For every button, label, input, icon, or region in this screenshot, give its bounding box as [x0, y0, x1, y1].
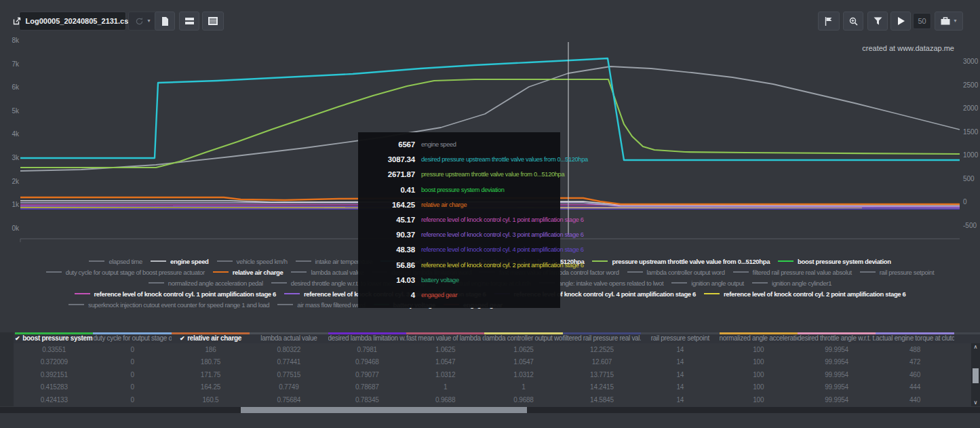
legend-label: filtered rail pressure real value absolu… — [753, 269, 852, 276]
series-swatch — [778, 260, 793, 262]
table-cell: 0.79077 — [328, 371, 406, 378]
funnel-icon — [874, 17, 882, 25]
legend-item[interactable]: ignition angle output — [671, 279, 744, 287]
tooltip-row: 164.25relative air charge — [362, 197, 555, 212]
legend-label: normalized angle acceleration pedal — [168, 279, 263, 287]
column-header[interactable]: desired throttle angle w.r.t. t... — [798, 332, 876, 343]
y-axis-label: 5k — [4, 107, 19, 115]
table-cell: 0.9688 — [484, 396, 562, 404]
scroll-down-button[interactable]: ∨ — [971, 399, 980, 406]
y-axis-label: 1000 — [963, 151, 978, 159]
table-cell: 488 — [876, 346, 954, 353]
legend-item[interactable]: vehicle speed km/h — [217, 258, 288, 265]
tooltip-row: 6567engine speed — [362, 137, 555, 152]
column-header[interactable]: fast mean value of lambda c... — [406, 332, 484, 343]
column-header[interactable]: ✔relative air charge — [172, 332, 250, 343]
column-header[interactable]: ✔boost pressure system d... — [15, 332, 93, 343]
legend-label: air mass flow filtered word — [297, 301, 365, 309]
legend-item[interactable]: rail pressure setpoint — [860, 269, 934, 276]
tooltip-value: 164.25 — [362, 201, 415, 209]
legend-item[interactable]: lambda controller output word — [627, 269, 725, 276]
tooltip-series-label: engine speed — [421, 141, 456, 148]
refresh-button[interactable]: ▾ — [128, 12, 157, 31]
watermark-link[interactable]: created at www.datazap.me — [862, 44, 954, 52]
legend-item[interactable]: pressure upstream throttle valve value f… — [592, 258, 770, 265]
column-header-label: filtered rail pressure real val... — [563, 334, 641, 342]
column-header-label: rail pressure setpoint — [651, 334, 709, 342]
column-header[interactable]: rail pressure setpoint — [641, 332, 719, 343]
table-cell: 1.0312 — [406, 371, 484, 378]
legend-item[interactable]: ignition angle cylinder1 — [752, 279, 831, 287]
column-header[interactable]: duty cycle for output stage o... — [93, 332, 171, 343]
column-header[interactable]: desired lambda limitation w... — [328, 332, 406, 343]
legend-item[interactable]: lambda actual value — [291, 269, 364, 276]
tooltip-series-label: reference level of knock control cyl. 2 … — [421, 262, 584, 269]
tooltip-series-label: pressure upstream throttle valve value f… — [421, 171, 564, 178]
legend-label: pressure upstream throttle valve value f… — [612, 258, 770, 265]
tooltip-series-label: desired pressure upstream throttle valve… — [421, 156, 588, 163]
legend-item[interactable]: superknock injection cutout event counte… — [68, 301, 269, 309]
legend-item[interactable]: reference level of knock control cyl. 2 … — [704, 290, 906, 298]
column-header[interactable]: lambda actual value — [250, 332, 328, 343]
legend-item[interactable]: filtered rail pressure real value absolu… — [733, 269, 852, 276]
legend-label: lambda controller output word — [647, 269, 725, 276]
legend-item[interactable]: boost pressure system deviation — [778, 258, 891, 265]
series-swatch — [592, 260, 608, 262]
column-header-label: normalized angle acceleratio... — [720, 334, 798, 342]
series-swatch — [291, 271, 307, 273]
legend-item[interactable]: engine speed — [151, 258, 209, 265]
table-cell: 171.75 — [172, 371, 250, 378]
column-header[interactable]: normalized angle acceleratio... — [720, 332, 798, 343]
document-button[interactable] — [155, 12, 175, 31]
column-header[interactable]: lambda controller output word — [484, 332, 562, 343]
table-cell: 0.7749 — [250, 383, 328, 391]
horizontal-scroll-thumb[interactable] — [241, 407, 527, 413]
series-swatch — [149, 282, 164, 284]
log-file-button[interactable]: Log00005_20240805_2131.csv — [19, 12, 126, 31]
tooltip-row: 90.37reference level of knock control cy… — [362, 227, 555, 242]
table-cell: 0.80322 — [250, 346, 328, 353]
y-axis-label: 2500 — [963, 81, 978, 90]
tooltip-value: 14.03 — [362, 276, 415, 284]
legend-label: vehicle speed km/h — [237, 258, 288, 265]
points-input[interactable] — [913, 13, 931, 29]
table-cell: 14 — [641, 346, 719, 353]
vertical-scroll-thumb[interactable] — [973, 368, 979, 383]
column-header[interactable]: actual engine torque at clutch — [876, 332, 954, 343]
table-vertical-scrollbar[interactable]: ∧ ∨ — [971, 343, 980, 406]
table-cell: 0.78687 — [328, 383, 406, 391]
filter-button[interactable] — [867, 12, 888, 31]
table-cell: 186 — [172, 346, 250, 353]
table-cell: 99.9954 — [798, 396, 876, 404]
legend-item[interactable]: reference level of knock control cyl. 1 … — [75, 290, 277, 298]
play-button[interactable] — [890, 12, 911, 31]
series-swatch — [46, 271, 62, 273]
tools-button[interactable]: ▾ — [935, 12, 963, 31]
legend-item[interactable]: air mass flow filtered word — [277, 301, 365, 309]
tooltip-value: 90.37 — [362, 231, 415, 239]
series-swatch — [296, 260, 311, 262]
table-view-button[interactable] — [202, 12, 224, 31]
column-header[interactable]: desi... — [954, 332, 980, 343]
y-axis-label: 2000 — [963, 104, 978, 113]
tooltip-value: 56.86 — [362, 261, 415, 269]
zoom-button[interactable] — [843, 12, 863, 31]
play-icon — [897, 17, 905, 25]
legend-item[interactable]: elapsed time — [89, 258, 142, 265]
tooltip-series-label: reference level of knock control cyl. 4 … — [421, 246, 584, 253]
horizontal-scrollbar[interactable] — [0, 407, 980, 413]
flag-button[interactable] — [818, 12, 840, 31]
split-panes-button[interactable] — [179, 12, 199, 31]
legend-item[interactable]: normalized angle acceleration pedal — [149, 279, 263, 287]
export-icon — [13, 17, 21, 25]
legend-item[interactable]: relative air charge — [213, 269, 283, 276]
y-axis-label: 0 — [963, 198, 967, 206]
table-left-gutter — [0, 332, 14, 406]
table-cell: 99.9954 — [798, 358, 876, 366]
y-axis-label: 3000 — [963, 58, 978, 66]
y-axis-label: -500 — [963, 222, 977, 230]
legend-item[interactable]: duty cycle for output stage of boost pre… — [46, 269, 205, 276]
column-header[interactable]: filtered rail pressure real val... — [563, 332, 641, 343]
tooltip-row: 56.86reference level of knock control cy… — [362, 258, 555, 273]
scroll-up-button[interactable]: ∧ — [971, 343, 980, 351]
